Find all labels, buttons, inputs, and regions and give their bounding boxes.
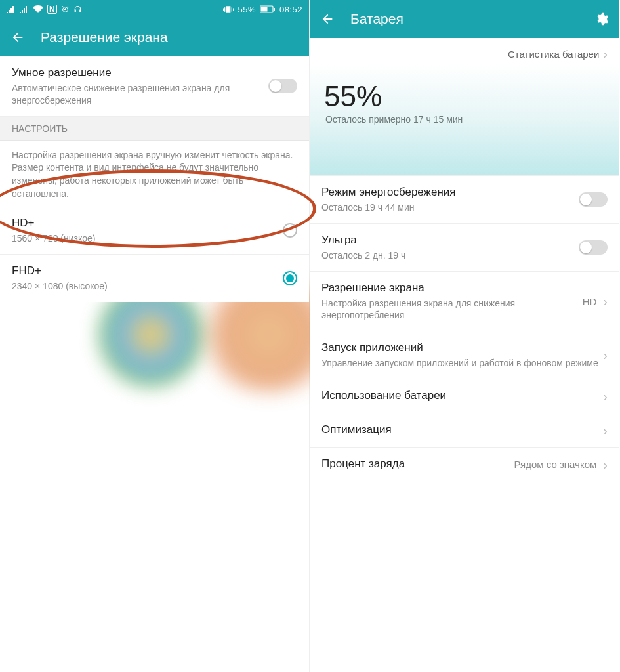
nfc-icon: N — [47, 5, 57, 14]
battery-stats-link[interactable]: Статистика батареи › — [310, 38, 619, 64]
header-bar: Разрешение экрана — [0, 18, 309, 56]
row-title: Запуск приложений — [321, 341, 603, 356]
signal-icon — [7, 5, 16, 13]
row-ultra[interactable]: Ультра Осталось 2 дн. 19 ч — [310, 224, 619, 272]
battery-icon — [260, 5, 276, 13]
chevron-right-icon: › — [603, 424, 608, 437]
row-subtitle: 2340 × 1080 (высокое) — [12, 280, 283, 293]
screen-resolution: N 55% 08:52 Разрешение экрана Умное — [0, 0, 310, 672]
chevron-right-icon: › — [603, 390, 608, 403]
row-app-launch[interactable]: Запуск приложений Управление запуском пр… — [310, 331, 619, 379]
row-subtitle: Настройка разрешения экрана для снижения… — [321, 297, 583, 322]
row-title: HD+ — [12, 216, 283, 231]
back-icon[interactable] — [320, 12, 335, 26]
row-value: Рядом со значком — [514, 459, 597, 470]
row-battery-usage[interactable]: Использование батареи › — [310, 379, 619, 413]
battery-estimate: Осталось примерно 17 ч 15 мин — [325, 114, 463, 125]
toggle-power-saving[interactable] — [579, 192, 608, 207]
chevron-right-icon: › — [603, 295, 608, 308]
back-icon[interactable] — [10, 30, 25, 45]
section-header: НАСТРОИТЬ — [0, 117, 309, 141]
signal-icon — [20, 5, 29, 13]
status-bar: N 55% 08:52 — [0, 0, 309, 18]
radio-fhd[interactable] — [283, 271, 297, 285]
row-subtitle: Осталось 19 ч 44 мин — [321, 201, 579, 214]
header-bar: Батарея — [310, 0, 619, 38]
row-subtitle: Автоматическое снижение разрешения экран… — [12, 82, 268, 107]
alarm-icon — [61, 5, 70, 14]
row-optimize[interactable]: Оптимизация › — [310, 413, 619, 448]
row-title: Разрешение экрана — [321, 281, 583, 296]
status-time: 08:52 — [279, 5, 302, 14]
wifi-icon — [33, 5, 43, 13]
battery-text: 55% — [238, 5, 256, 14]
vibrate-icon — [223, 5, 234, 14]
row-subtitle: 1560 × 720 (низкое) — [12, 232, 283, 245]
radio-hd[interactable] — [283, 223, 297, 238]
svg-rect-1 — [260, 7, 267, 12]
toggle-ultra[interactable] — [579, 240, 608, 255]
row-screen-resolution[interactable]: Разрешение экрана Настройка разрешения э… — [310, 272, 619, 332]
headset-icon — [73, 5, 82, 14]
svg-rect-2 — [274, 8, 275, 10]
row-subtitle: Управление запуском приложений и работой… — [321, 357, 603, 369]
battery-hero: 55% Осталось примерно 17 ч 15 мин — [310, 64, 619, 176]
page-title: Разрешение экрана — [41, 30, 299, 45]
toggle-smart-resolution[interactable] — [268, 79, 297, 93]
row-title: Использование батареи — [321, 388, 603, 404]
row-title: FHD+ — [12, 264, 283, 279]
chevron-right-icon: › — [603, 458, 608, 471]
row-hd-option[interactable]: HD+ 1560 × 720 (низкое) — [0, 207, 309, 255]
resolution-note: Настройка разрешения экрана вручную изме… — [0, 141, 309, 207]
row-title: Оптимизация — [321, 423, 603, 438]
row-title: Режим энергосбережения — [321, 185, 579, 200]
screen-battery: Батарея Статистика батареи › 55% Осталос… — [310, 0, 619, 672]
row-smart-resolution[interactable]: Умное разрешение Автоматическое снижение… — [0, 56, 309, 117]
gear-icon[interactable] — [594, 12, 609, 26]
page-title: Батарея — [350, 11, 594, 27]
row-power-saving[interactable]: Режим энергосбережения Осталось 19 ч 44 … — [310, 176, 619, 224]
row-title: Умное разрешение — [12, 66, 268, 81]
row-fhd-option[interactable]: FHD+ 2340 × 1080 (высокое) — [0, 255, 309, 302]
row-title: Ультра — [321, 233, 579, 248]
chevron-right-icon: › — [603, 348, 608, 362]
row-charge-percent[interactable]: Процент заряда Рядом со значком › — [310, 448, 619, 481]
chevron-right-icon: › — [603, 47, 608, 60]
row-value: HD — [583, 296, 597, 307]
battery-percent: 55% — [324, 80, 382, 113]
row-subtitle: Осталось 2 дн. 19 ч — [321, 249, 579, 262]
row-title: Процент заряда — [321, 457, 514, 472]
link-text: Статистика батареи — [508, 49, 599, 60]
